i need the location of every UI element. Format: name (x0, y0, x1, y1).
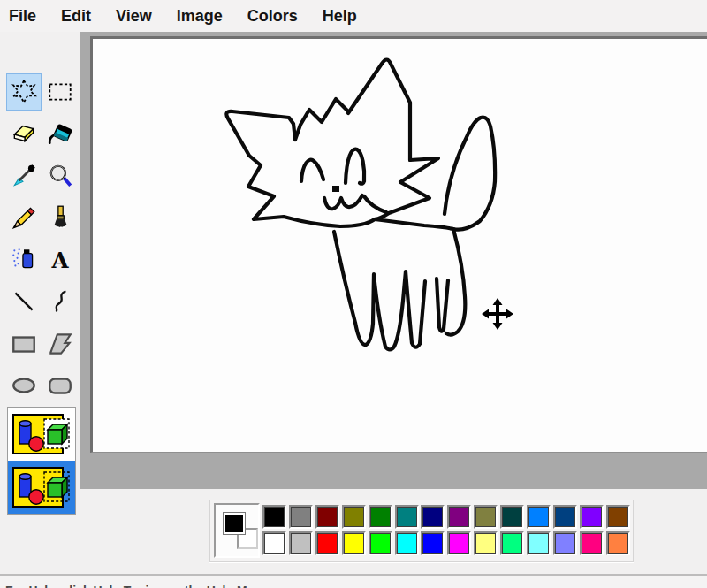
pencil-icon (10, 203, 38, 232)
palette-color[interactable] (289, 531, 313, 555)
tool-eraser[interactable] (6, 115, 42, 152)
option-opaque-selection[interactable] (8, 408, 75, 461)
palette-color[interactable] (395, 531, 419, 555)
tool-text[interactable]: A (42, 241, 78, 279)
rectangle-icon (10, 330, 38, 358)
curve-icon (46, 287, 74, 316)
tool-pencil[interactable] (6, 199, 42, 236)
tool-ellipse[interactable] (6, 367, 42, 404)
palette-color[interactable] (553, 531, 577, 555)
select-icon (46, 78, 74, 106)
palette-color[interactable] (342, 531, 366, 555)
tool-brush[interactable] (42, 199, 78, 236)
eraser-icon (10, 119, 38, 148)
palette-color[interactable] (447, 505, 471, 529)
polygon-icon (46, 330, 74, 358)
menu-file[interactable]: File (0, 1, 49, 32)
menu-bar: File Edit View Image Colors Help (0, 0, 707, 33)
menu-image[interactable]: Image (164, 1, 235, 32)
palette-color[interactable] (342, 505, 366, 529)
palette-color[interactable] (527, 505, 551, 529)
foreground-color-swatch (223, 512, 246, 535)
palette-color[interactable] (315, 505, 339, 529)
tool-curve[interactable] (42, 283, 78, 320)
menu-colors[interactable]: Colors (235, 1, 310, 32)
palette-color[interactable] (315, 531, 339, 555)
current-colors-indicator (214, 503, 260, 558)
transparent-selection-icon (12, 465, 71, 509)
fill-bucket-icon (46, 119, 74, 148)
palette-color[interactable] (262, 505, 286, 529)
line-icon (10, 287, 38, 316)
opaque-selection-icon (12, 412, 71, 456)
palette-color[interactable] (369, 505, 392, 529)
palette-color[interactable] (421, 531, 445, 555)
drawing-canvas[interactable] (90, 36, 707, 453)
tool-fill-with-color[interactable] (42, 115, 78, 152)
selection-transparency-options (7, 407, 76, 515)
palette-color[interactable] (606, 505, 630, 529)
tool-pick-color[interactable] (6, 157, 42, 195)
palette-color[interactable] (500, 505, 524, 529)
color-palette (209, 500, 634, 562)
palette-color[interactable] (395, 505, 419, 529)
palette-color[interactable] (369, 531, 392, 555)
tool-magnifier[interactable] (42, 157, 78, 195)
palette-color[interactable] (553, 505, 577, 529)
palette-color[interactable] (527, 531, 551, 555)
status-text: For Help, click Help Topics on the Help … (5, 584, 272, 588)
tool-select[interactable] (42, 73, 78, 111)
option-transparent-selection[interactable] (8, 461, 75, 514)
ellipse-icon (10, 371, 38, 400)
palette-color[interactable] (474, 531, 498, 555)
tool-rectangle[interactable] (6, 325, 42, 363)
text-icon: A (46, 246, 74, 274)
palette-color[interactable] (580, 531, 604, 555)
canvas-workspace (80, 32, 707, 489)
palette-color[interactable] (421, 505, 445, 529)
magnifier-icon (46, 162, 74, 190)
palette-color[interactable] (262, 531, 286, 555)
airbrush-icon (10, 246, 38, 274)
free-form-select-icon (10, 78, 38, 106)
cat-drawing (93, 39, 707, 452)
tool-rounded-rectangle[interactable] (42, 367, 78, 404)
status-bar: For Help, click Help Topics on the Help … (0, 574, 707, 588)
tool-box: A (0, 32, 80, 489)
tool-line[interactable] (6, 283, 42, 320)
palette-color[interactable] (474, 505, 498, 529)
tool-free-form-select[interactable] (6, 73, 42, 111)
ms-paint-window: { "window": { "app": "Paint", "backgroun… (0, 0, 707, 588)
palette-color[interactable] (580, 505, 604, 529)
menu-edit[interactable]: Edit (49, 1, 103, 32)
menu-help[interactable]: Help (310, 1, 369, 32)
palette-color[interactable] (606, 531, 630, 555)
menu-view[interactable]: View (103, 1, 164, 32)
tool-polygon[interactable] (42, 325, 78, 363)
brush-icon (46, 203, 74, 232)
svg-text:A: A (50, 248, 69, 273)
palette-color[interactable] (447, 531, 471, 555)
eyedropper-icon (10, 162, 38, 190)
rounded-rectangle-icon (46, 371, 74, 400)
palette-color[interactable] (500, 531, 524, 555)
palette-color[interactable] (289, 505, 313, 529)
tool-airbrush[interactable] (6, 241, 42, 279)
